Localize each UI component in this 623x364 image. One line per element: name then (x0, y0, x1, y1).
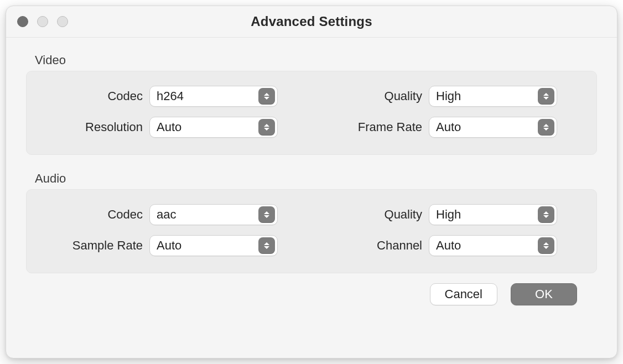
audio-group-title: Audio (35, 171, 597, 186)
audio-channel-popup[interactable]: Auto (429, 235, 557, 256)
popup-indicator-icon (258, 119, 275, 136)
advanced-settings-window: Advanced Settings Video Codec h264 (6, 6, 617, 358)
audio-quality-field: Quality High (312, 204, 591, 225)
video-frame-rate-popup[interactable]: Auto (429, 117, 557, 138)
audio-channel-field: Channel Auto (312, 235, 591, 256)
video-codec-label: Codec (32, 89, 149, 103)
popup-indicator-icon (538, 237, 554, 254)
audio-codec-value: aac (150, 204, 258, 225)
video-codec-value: h264 (150, 86, 258, 107)
video-resolution-popup[interactable]: Auto (149, 117, 278, 138)
audio-codec-label: Codec (32, 207, 149, 222)
video-frame-rate-value: Auto (429, 117, 538, 138)
popup-indicator-icon (258, 237, 275, 254)
audio-quality-value: High (429, 204, 538, 225)
chevron-down-icon (543, 215, 549, 218)
chevron-up-icon (543, 124, 549, 127)
audio-channel-value: Auto (429, 235, 538, 256)
chevron-down-icon (543, 97, 549, 100)
audio-sample-rate-label: Sample Rate (32, 238, 149, 253)
video-frame-rate-field: Frame Rate Auto (312, 117, 591, 138)
zoom-window-button[interactable] (57, 16, 68, 27)
video-quality-field: Quality High (312, 86, 591, 107)
audio-quality-popup[interactable]: High (429, 204, 557, 225)
minimize-window-button[interactable] (37, 16, 48, 27)
popup-indicator-icon (258, 206, 275, 223)
popup-indicator-icon (258, 88, 275, 105)
popup-indicator-icon (538, 88, 554, 105)
chevron-down-icon (543, 128, 549, 131)
dialog-footer: Cancel OK (26, 273, 597, 305)
cancel-button[interactable]: Cancel (430, 283, 497, 305)
chevron-up-icon (264, 211, 269, 214)
video-group-title: Video (35, 53, 597, 67)
popup-indicator-icon (538, 119, 554, 136)
video-resolution-field: Resolution Auto (32, 117, 312, 138)
audio-channel-label: Channel (312, 238, 429, 253)
audio-sample-rate-field: Sample Rate Auto (32, 235, 312, 256)
ok-button[interactable]: OK (511, 283, 577, 305)
window-title: Advanced Settings (6, 14, 617, 29)
video-frame-rate-label: Frame Rate (312, 120, 429, 134)
video-quality-popup[interactable]: High (429, 86, 557, 107)
chevron-up-icon (264, 93, 269, 96)
window-controls (17, 6, 68, 37)
video-resolution-value: Auto (150, 117, 258, 138)
popup-indicator-icon (538, 206, 554, 223)
chevron-up-icon (264, 124, 269, 127)
chevron-up-icon (543, 93, 549, 96)
audio-sample-rate-popup[interactable]: Auto (149, 235, 278, 256)
video-group-box: Codec h264 Quality High (26, 71, 597, 155)
close-window-button[interactable] (17, 16, 28, 27)
chevron-down-icon (264, 215, 269, 218)
video-codec-popup[interactable]: h264 (149, 86, 278, 107)
chevron-up-icon (264, 242, 269, 245)
audio-group: Audio Codec aac Quality High (26, 171, 597, 273)
audio-sample-rate-value: Auto (150, 235, 258, 256)
audio-quality-label: Quality (312, 207, 429, 222)
audio-codec-field: Codec aac (32, 204, 312, 225)
chevron-down-icon (264, 246, 269, 249)
chevron-down-icon (264, 128, 269, 131)
titlebar: Advanced Settings (6, 6, 617, 38)
chevron-down-icon (543, 246, 549, 249)
video-quality-label: Quality (312, 89, 429, 103)
video-codec-field: Codec h264 (32, 86, 312, 107)
video-resolution-label: Resolution (32, 120, 149, 134)
chevron-up-icon (543, 242, 549, 245)
audio-group-box: Codec aac Quality High (26, 189, 597, 273)
video-quality-value: High (429, 86, 538, 107)
chevron-up-icon (543, 211, 549, 214)
chevron-down-icon (264, 97, 269, 100)
content-area: Video Codec h264 Quality High (6, 38, 617, 358)
audio-codec-popup[interactable]: aac (149, 204, 278, 225)
video-group: Video Codec h264 Quality High (26, 53, 597, 155)
